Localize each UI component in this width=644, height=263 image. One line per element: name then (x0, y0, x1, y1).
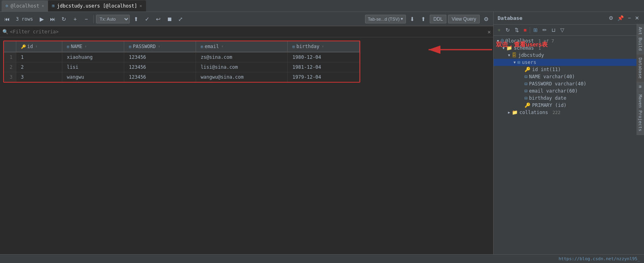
sidebar-refresh-btn[interactable]: ↻ (504, 26, 511, 34)
tab-jdbcstudy-label: jdbcstudy.users [@localhost] (57, 3, 137, 9)
tab-jdbcstudy-close[interactable]: ✕ (140, 4, 142, 8)
settings-gear-btn[interactable]: ⚙ (481, 14, 491, 24)
add-row-btn[interactable]: + (70, 14, 80, 24)
table-row[interactable]: 2 2 lisi 123456 lisi@sina.com 1981-12-04 (4, 62, 359, 72)
tree-node-col-name[interactable]: ⊟ NAME varchar(40) (494, 73, 644, 80)
host-icon: @ (501, 38, 504, 44)
table-row[interactable]: 1 1 xiaohuang 123456 zs@sina.com 1980-12… (4, 52, 359, 62)
cell-password: 123456 (124, 52, 196, 62)
export-up-btn[interactable]: ⬆ (419, 14, 428, 24)
sidebar-filter-btn[interactable]: ⇅ (513, 26, 521, 34)
cell-rownum: 1 (4, 52, 16, 62)
sidebar-pin-icon[interactable]: 📌 (617, 14, 625, 22)
col-email-icon: ⊞ (201, 44, 203, 49)
tree-toggle-localhost[interactable]: ▼ (495, 38, 501, 44)
col-name[interactable]: ⊞ NAME ⬍ (62, 41, 124, 52)
table-area[interactable]: 🔑 id ⬍ ⊞ NAME ⬍ (0, 37, 493, 254)
tree-node-jdbcstudy[interactable]: ▼ 🗄 jdbcstudy (494, 52, 644, 59)
filter-clear-btn[interactable]: ✕ (488, 29, 491, 35)
export-down-btn[interactable]: ⬇ (408, 14, 417, 24)
data-toolbar: ⏮ 3 rows ▶ ⏭ ↻ + − Tx: Auto Tx: Manual ⬆… (0, 12, 493, 26)
col-birthday-sort-icon[interactable]: ⬍ (322, 44, 324, 48)
tree-area[interactable]: ▼ @ @localhost 1 of 7 ▼ 📁 schemas 1 ▼ 🗄 … (494, 36, 644, 254)
col-name-sort-icon[interactable]: ⬍ (85, 44, 87, 48)
tree-node-col-birthday[interactable]: ⊟ birthday date (494, 95, 644, 102)
tab-localhost-close[interactable]: ✕ (42, 4, 44, 8)
tx-check-btn[interactable]: ✓ (142, 14, 152, 24)
nav-last-btn[interactable]: ⏭ (48, 14, 58, 24)
cell-id: 1 (16, 52, 62, 62)
status-bar: https://blog.csdn.net/nzzynl95_ (0, 254, 644, 263)
vertical-tab-m[interactable]: m (636, 82, 644, 92)
sidebar-open-btn[interactable]: ⊔ (550, 26, 557, 34)
tree-node-col-email[interactable]: ⊟ email varchar(60) (494, 87, 644, 95)
cell-email: wangwu@sina.com (196, 72, 287, 82)
tab-bar: ⊕ @localhost ✕ ⊞ jdbcstudy.users [@local… (0, 0, 644, 12)
vertical-tab-ant[interactable]: Ant Build (636, 24, 644, 54)
tsv-label: Tab-se...d (TSV) (368, 17, 400, 21)
tree-toggle-collations[interactable]: ▶ (506, 110, 512, 115)
nav-first-btn[interactable]: ⏮ (2, 14, 12, 24)
tab-localhost-label: @localhost (11, 3, 39, 9)
tree-label-col-email: email varchar(60) (529, 88, 578, 94)
table-row[interactable]: 3 3 wangwu 123456 wangwu@sina.com 1979-1… (4, 72, 359, 82)
view-query-btn[interactable]: View Query (448, 15, 480, 23)
tab-localhost[interactable]: ⊕ @localhost ✕ (2, 0, 48, 12)
sidebar-settings-icon[interactable]: ⚙ (608, 14, 614, 22)
tree-node-schemas[interactable]: ▼ 📁 schemas 1 (494, 44, 644, 52)
cell-id: 2 (16, 62, 62, 72)
tx-rollback-btn[interactable]: ↩ (154, 14, 163, 24)
tree-node-col-primary[interactable]: 🔑 PRIMARY (id) (494, 102, 644, 109)
users-table-icon: ⊞ (517, 60, 520, 65)
tab-jdbcstudy[interactable]: ⊞ jdbcstudy.users [@localhost] ✕ (48, 0, 146, 12)
col-id-sort-icon[interactable]: ⬍ (35, 44, 37, 48)
filter-bar: 🔍 ✕ (0, 26, 493, 37)
tsv-btn[interactable]: Tab-se...d (TSV) ▾ (365, 15, 406, 23)
vertical-tab-database[interactable]: Database (636, 54, 644, 82)
refresh-btn[interactable]: ↻ (59, 14, 69, 24)
tree-node-collations[interactable]: ▶ 📁 collations 222 (494, 109, 644, 116)
tx-move-btn[interactable]: ⤢ (176, 14, 185, 24)
sidebar-header-icons: ⚙ 📌 − ✕ (608, 14, 640, 22)
ddl-btn[interactable]: DDL (430, 15, 446, 23)
col-id[interactable]: 🔑 id ⬍ (16, 41, 62, 52)
tx-select[interactable]: Tx: Auto Tx: Manual (96, 15, 130, 23)
sidebar-add-btn[interactable]: + (496, 26, 502, 34)
sidebar-funnel-btn[interactable]: ▽ (559, 26, 566, 34)
sidebar-minimize-icon[interactable]: − (627, 14, 632, 22)
col-password[interactable]: ⊞ PASSWORD ⬍ (124, 41, 196, 52)
sidebar-close-icon[interactable]: ✕ (634, 14, 640, 22)
tree-node-col-password[interactable]: ⊟ PASSWORD varchar(40) (494, 80, 644, 87)
tree-toggle-schemas[interactable]: ▼ (501, 45, 506, 51)
nav-next-btn[interactable]: ▶ (37, 14, 46, 24)
remove-row-btn[interactable]: − (81, 14, 91, 24)
col-birthday[interactable]: ⊞ birthday ⬍ (288, 41, 359, 52)
tx-commit-btn[interactable]: ⬆ (131, 14, 141, 24)
status-url[interactable]: https://blog.csdn.net/nzzynl95_ (559, 256, 640, 261)
tree-label-collations: collations 222 (519, 110, 560, 115)
col-email-sort-icon[interactable]: ⬍ (221, 44, 223, 48)
vertical-tab-maven[interactable]: Maven Projects (636, 91, 644, 135)
data-table: 🔑 id ⬍ ⊞ NAME ⬍ (4, 41, 359, 82)
tsv-chevron-icon: ▾ (401, 16, 403, 21)
col-email[interactable]: ⊞ email ⬍ (196, 41, 287, 52)
sidebar-stop-btn[interactable]: ■ (522, 26, 529, 34)
col-password-sort-icon[interactable]: ⬍ (158, 44, 160, 48)
tree-toggle-jdbcstudy[interactable]: ▼ (506, 52, 512, 58)
filter-input[interactable] (10, 29, 488, 35)
cell-name: wangwu (62, 72, 124, 82)
col-birthday-col-icon: ⊟ (525, 95, 527, 101)
col-name-col-icon: ⊟ (525, 74, 527, 79)
tx-stop-btn[interactable]: ⏹ (165, 14, 174, 24)
tree-node-col-id[interactable]: 🔑 id int(11) (494, 66, 644, 73)
cell-birthday: 1980-12-04 (288, 52, 359, 62)
tree-node-users[interactable]: ▼ ⊞ users (494, 59, 644, 66)
tree-toggle-users[interactable]: ▼ (512, 60, 517, 65)
sidebar-edit-btn[interactable]: ✏ (541, 26, 548, 34)
sidebar-table-icon-btn[interactable]: ⊞ (532, 26, 539, 34)
tree-label-localhost: @localhost 1 of 7 (505, 38, 554, 44)
cell-email: lisi@sina.com (196, 62, 287, 72)
tree-label-col-birthday: birthday date (529, 95, 566, 101)
table-header-row: 🔑 id ⬍ ⊞ NAME ⬍ (4, 41, 359, 52)
tree-node-localhost[interactable]: ▼ @ @localhost 1 of 7 (494, 37, 644, 44)
